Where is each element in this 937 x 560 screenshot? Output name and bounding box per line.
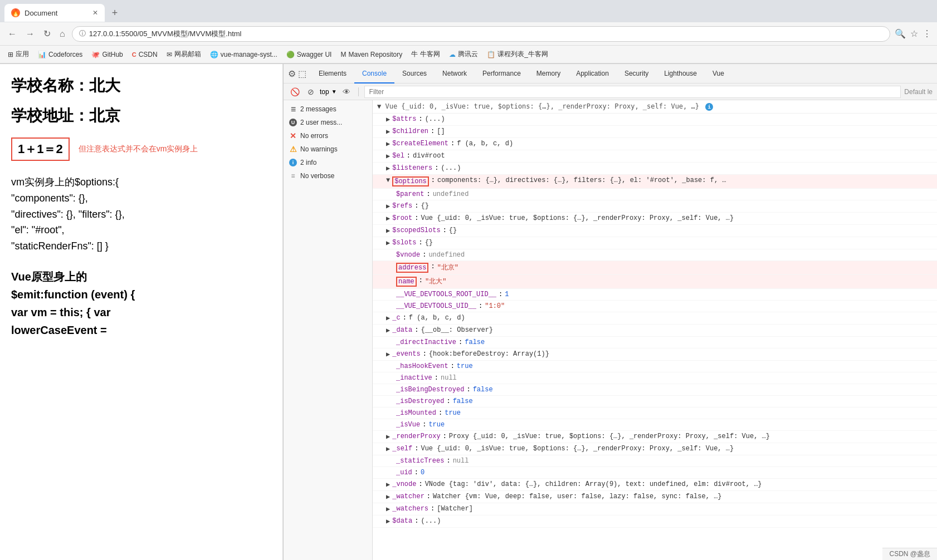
- bookmark-tencent[interactable]: ☁ 腾讯云: [446, 48, 481, 60]
- tab-performance[interactable]: Performance: [475, 64, 529, 83]
- prop-options[interactable]: ▼ $options : components: {…}, directives…: [373, 175, 937, 189]
- bookmark-maven[interactable]: M Maven Repository: [337, 50, 406, 60]
- prop-devtools-uid[interactable]: __VUE_DEVTOOLS_UID__ : "1:0": [373, 301, 937, 312]
- bookmark-niuke[interactable]: 牛 牛客网: [408, 48, 443, 60]
- prop-vnode[interactable]: $vnode : undefined: [373, 249, 937, 261]
- prop-slots[interactable]: ▶ $slots : {}: [373, 237, 937, 249]
- expand-icon[interactable]: ▶: [386, 326, 390, 335]
- tab-network[interactable]: Network: [435, 64, 475, 83]
- tab-security[interactable]: Security: [617, 64, 656, 83]
- expand-icon[interactable]: ▶: [386, 505, 390, 513]
- sidebar-item-messages[interactable]: ☰ 2 messages: [284, 102, 372, 116]
- prop-is-being-destroyed[interactable]: _isBeingDestroyed : false: [373, 384, 937, 396]
- prop-refs[interactable]: ▶ $refs : {}: [373, 200, 937, 213]
- prop-create-element[interactable]: ▶ $createElement : f (a, b, c, d): [373, 138, 937, 150]
- prop-uid[interactable]: _uid : 0: [373, 467, 937, 479]
- expand-icon[interactable]: ▶: [386, 445, 390, 453]
- prop-root[interactable]: ▶ $root : Vue {_uid: 0, _isVue: true, $o…: [373, 213, 937, 225]
- prop-inactive[interactable]: _inactive : null: [373, 372, 937, 384]
- sidebar-item-user-messages[interactable]: U 2 user mess...: [284, 116, 372, 129]
- filter-input[interactable]: [364, 86, 901, 98]
- expand-icon[interactable]: ▶: [386, 152, 390, 160]
- expand-icon[interactable]: ▶: [386, 202, 390, 210]
- home-button[interactable]: ⌂: [57, 28, 67, 40]
- devtools-dock-icon[interactable]: ⬚: [298, 68, 306, 79]
- prop-is-vue[interactable]: _isVue : true: [373, 419, 937, 431]
- prop-children[interactable]: ▶ $children : []: [373, 126, 937, 138]
- expand-icon[interactable]: ▶: [386, 239, 390, 247]
- expand-icon[interactable]: ▶: [386, 493, 390, 501]
- prop-name[interactable]: name : "北大": [373, 275, 937, 289]
- tab-memory[interactable]: Memory: [529, 64, 568, 83]
- filter-toggle-button[interactable]: ⊘: [305, 86, 316, 97]
- prop-address[interactable]: address : "北京": [373, 261, 937, 275]
- sidebar-item-verbose[interactable]: ≡ No verbose: [284, 169, 372, 183]
- forward-button[interactable]: →: [23, 28, 37, 40]
- expand-icon[interactable]: ▼: [386, 176, 390, 184]
- context-selector[interactable]: top ▼: [320, 88, 337, 96]
- expand-icon[interactable]: ▶: [386, 517, 390, 525]
- tab-elements[interactable]: Elements: [311, 64, 354, 83]
- prop-attrs[interactable]: ▶ $attrs : (...): [373, 114, 937, 126]
- sidebar-item-errors[interactable]: ✕ No errors: [284, 129, 372, 143]
- tab-sources[interactable]: Sources: [394, 64, 435, 83]
- expand-icon[interactable]: ▶: [386, 350, 390, 358]
- prop-static-trees[interactable]: _staticTrees : null: [373, 455, 937, 467]
- search-icon[interactable]: 🔍: [895, 28, 906, 39]
- expand-icon[interactable]: ▶: [386, 214, 390, 223]
- prop-data-dollar[interactable]: ▶ $data : (...): [373, 515, 937, 528]
- bookmark-swagger[interactable]: 🟢 Swagger UI: [283, 50, 335, 60]
- prop-has-hook-event[interactable]: _hasHookEvent : true: [373, 361, 937, 372]
- expand-icon[interactable]: ▶: [386, 227, 390, 235]
- tab-console[interactable]: Console: [354, 64, 394, 83]
- bookmark-apps[interactable]: ⊞ 应用: [4, 48, 32, 60]
- prop-events[interactable]: ▶ _events : {hook:beforeDestroy: Array(1…: [373, 348, 937, 361]
- address-bar[interactable]: ⓘ 127.0.0.1:5500/05_MVVM模型/MVVM模型.html: [72, 26, 890, 42]
- expand-icon[interactable]: ▶: [386, 314, 390, 322]
- bookmark-vue[interactable]: 🌐 vue-manage-syst...: [207, 50, 281, 60]
- prop-devtools-root-uid[interactable]: __VUE_DEVTOOLS_ROOT_UID__ : 1: [373, 289, 937, 301]
- new-tab-button[interactable]: +: [107, 7, 123, 19]
- expand-icon[interactable]: ▶: [386, 164, 390, 173]
- prop-direct-inactive[interactable]: _directInactive : false: [373, 337, 937, 348]
- tab-lighthouse[interactable]: Lighthouse: [656, 64, 705, 83]
- sidebar-item-info[interactable]: i 2 info: [284, 156, 372, 169]
- devtools-settings-icon[interactable]: ⚙: [288, 68, 296, 79]
- bookmark-github[interactable]: 🐙 GitHub: [88, 50, 126, 60]
- prop-el[interactable]: ▶ $el : div#root: [373, 150, 937, 163]
- expand-vue-icon[interactable]: ▼: [377, 102, 381, 110]
- tab-close-button[interactable]: ✕: [92, 9, 98, 17]
- prop-is-destroyed[interactable]: _isDestroyed : false: [373, 396, 937, 407]
- prop-vnode-private[interactable]: ▶ _vnode : VNode {tag: 'div', data: {…},…: [373, 479, 937, 491]
- bookmark-csdn[interactable]: C CSDN: [129, 50, 161, 60]
- sidebar-item-warnings[interactable]: ⚠ No warnings: [284, 143, 372, 156]
- clear-console-button[interactable]: 🚫: [288, 86, 302, 97]
- tab-application[interactable]: Application: [568, 64, 617, 83]
- prop-is-mounted[interactable]: _isMounted : true: [373, 407, 937, 419]
- bookmark-icon[interactable]: ☆: [910, 28, 918, 39]
- reload-button[interactable]: ↻: [41, 27, 53, 40]
- prop-render-proxy[interactable]: ▶ _renderProxy : Proxy {_uid: 0, _isVue:…: [373, 431, 937, 443]
- prop-data[interactable]: ▶ _data : {__ob__: Observer}: [373, 325, 937, 337]
- more-icon[interactable]: ⋮: [923, 28, 931, 39]
- bookmark-email[interactable]: ✉ 网易邮箱: [163, 48, 204, 60]
- prop-parent[interactable]: $parent : undefined: [373, 189, 937, 200]
- expand-icon[interactable]: ▶: [386, 115, 390, 124]
- prop-self[interactable]: ▶ _self : Vue {_uid: 0, _isVue: true, $o…: [373, 443, 937, 455]
- eye-icon-button[interactable]: 👁: [340, 86, 353, 97]
- tab-vue[interactable]: Vue: [705, 64, 732, 83]
- bookmark-codeforces[interactable]: 📊 Codeforces: [35, 50, 86, 60]
- prop-watchers[interactable]: ▶ _watchers : [Watcher]: [373, 503, 937, 515]
- bookmark-course[interactable]: 📋 课程列表_牛客网: [484, 48, 552, 60]
- expand-icon[interactable]: ▶: [386, 127, 390, 136]
- expand-icon[interactable]: ▶: [386, 433, 390, 441]
- console-vue-entry[interactable]: ▼ Vue {_uid: 0, _isVue: true, $options: …: [373, 100, 937, 114]
- prop-c[interactable]: ▶ _c : f (a, b, c, d): [373, 312, 937, 325]
- expand-icon[interactable]: ▶: [386, 140, 390, 148]
- prop-scoped-slots[interactable]: ▶ $scopedSlots : {}: [373, 225, 937, 237]
- expand-icon[interactable]: ▶: [386, 480, 390, 489]
- browser-tab-active[interactable]: 🔥 Document ✕: [4, 4, 105, 22]
- prop-listeners[interactable]: ▶ $listeners : (...): [373, 163, 937, 175]
- back-button[interactable]: ←: [6, 28, 19, 40]
- prop-watcher[interactable]: ▶ _watcher : Watcher {vm: Vue, deep: fal…: [373, 491, 937, 503]
